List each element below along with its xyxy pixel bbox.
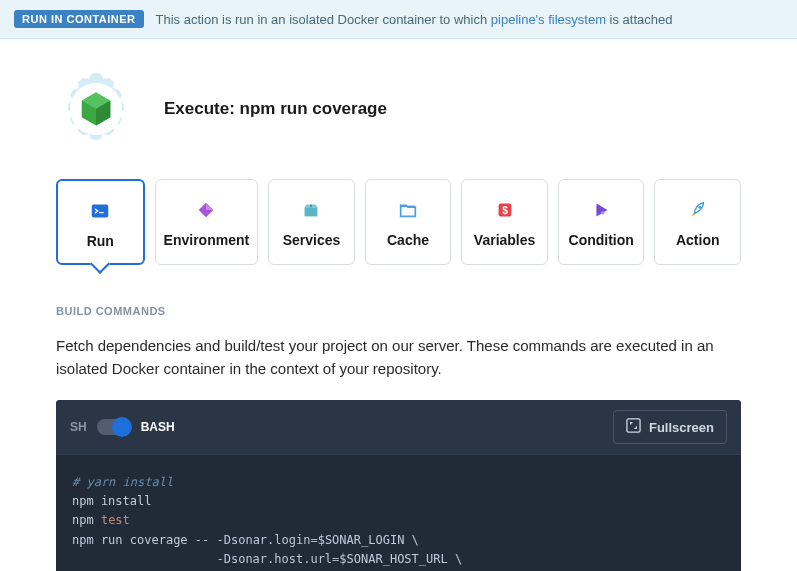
banner-text-after: is attached: [606, 12, 673, 27]
diamond-icon: [194, 198, 218, 222]
code-var: $SONAR_HOST_URL: [339, 552, 447, 566]
sh-label: SH: [70, 420, 87, 434]
tab-variables[interactable]: $ Variables: [461, 179, 548, 265]
action-icon: [56, 69, 136, 149]
tab-label: Variables: [474, 232, 536, 248]
tab-label: Services: [283, 232, 341, 248]
rocket-icon: [686, 198, 710, 222]
tab-services[interactable]: Services: [268, 179, 355, 265]
banner-text-before: This action is run in an isolated Docker…: [156, 12, 491, 27]
svg-point-13: [698, 206, 701, 209]
code-var: $SONAR_LOGIN: [318, 533, 405, 547]
svg-rect-5: [99, 212, 104, 213]
svg-text:$: $: [502, 205, 508, 216]
terminal-icon: [88, 199, 112, 223]
tab-label: Cache: [387, 232, 429, 248]
tab-label: Run: [87, 233, 114, 249]
section-description: Fetch dependencies and build/test your p…: [56, 335, 741, 380]
tab-label: Action: [676, 232, 720, 248]
tab-condition[interactable]: Condition: [558, 179, 645, 265]
toggle-knob: [112, 417, 132, 437]
tab-cache[interactable]: Cache: [365, 179, 452, 265]
code-cmd: npm run coverage: [72, 533, 195, 547]
box-icon: [299, 198, 323, 222]
pipeline-filesystem-link[interactable]: pipeline's filesystem: [491, 12, 606, 27]
bs: \: [448, 552, 462, 566]
info-banner: RUN IN CONTAINER This action is run in a…: [0, 0, 797, 39]
svg-rect-4: [92, 205, 109, 218]
content-area: Execute: npm run coverage Run Environmen…: [0, 39, 797, 571]
tab-label: Environment: [164, 232, 250, 248]
code-line: npm install: [72, 494, 151, 508]
dollar-icon: $: [493, 198, 517, 222]
sp: [209, 533, 216, 547]
code-cmd: npm: [72, 513, 101, 527]
fullscreen-label: Fullscreen: [649, 420, 714, 435]
code-flag: -Dsonar.host.url: [217, 552, 333, 566]
ind: [72, 552, 217, 566]
banner-text: This action is run in an isolated Docker…: [156, 12, 673, 27]
code-editor: SH BASH Fullscreen # yarn install npm in…: [56, 400, 741, 571]
action-header: Execute: npm run coverage: [56, 69, 741, 149]
bash-label: BASH: [141, 420, 175, 434]
sh-bash-toggle[interactable]: [97, 419, 131, 435]
svg-rect-8: [311, 205, 312, 208]
folder-icon: [396, 198, 420, 222]
fullscreen-button[interactable]: Fullscreen: [613, 410, 727, 444]
eq: =: [310, 533, 317, 547]
code-comment: # yarn install: [72, 475, 173, 489]
banner-badge: RUN IN CONTAINER: [14, 10, 144, 28]
svg-rect-14: [627, 419, 640, 432]
svg-marker-11: [597, 204, 608, 217]
tab-environment[interactable]: Environment: [155, 179, 259, 265]
play-icon: [589, 198, 613, 222]
tab-label: Condition: [569, 232, 634, 248]
code-arg: test: [101, 513, 130, 527]
fullscreen-icon: [626, 418, 641, 436]
action-title: Execute: npm run coverage: [164, 99, 387, 119]
code-flag: --: [195, 533, 209, 547]
svg-point-12: [601, 211, 605, 215]
section-title: BUILD COMMANDS: [56, 305, 741, 317]
tab-run[interactable]: Run: [56, 179, 145, 265]
code-flag: -Dsonar.login: [217, 533, 311, 547]
toolbar-left: SH BASH: [70, 419, 175, 435]
tab-action[interactable]: Action: [654, 179, 741, 265]
svg-marker-7: [206, 203, 213, 210]
bs: \: [404, 533, 418, 547]
tabs-row: Run Environment Services Cache $ Variabl…: [56, 179, 741, 265]
editor-toolbar: SH BASH Fullscreen: [56, 400, 741, 455]
editor-body[interactable]: # yarn install npm install npm test npm …: [56, 455, 741, 571]
